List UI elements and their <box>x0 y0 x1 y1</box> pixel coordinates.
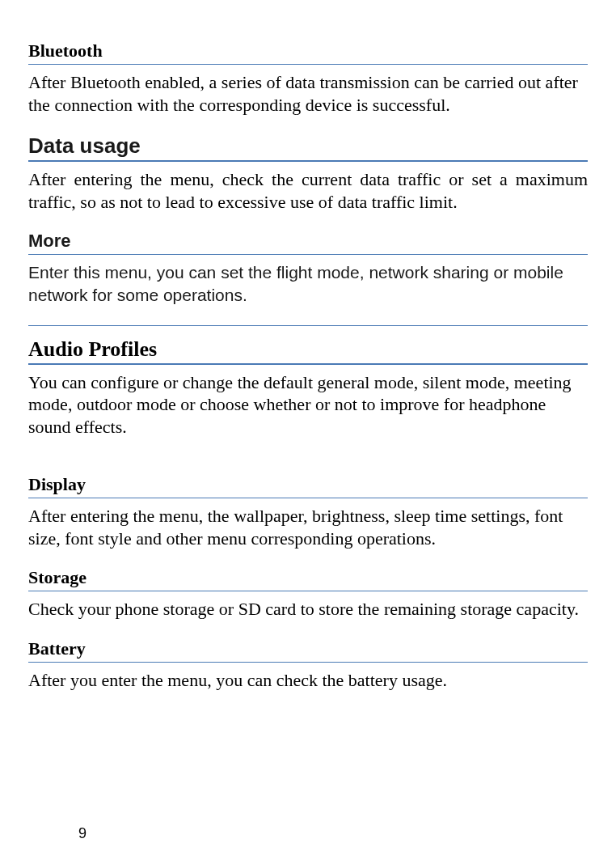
heading-bluetooth: Bluetooth <box>28 40 588 65</box>
heading-storage: Storage <box>28 567 588 591</box>
body-data-usage: After entering the menu, check the curre… <box>28 168 588 213</box>
heading-audio-profiles: Audio Profiles <box>28 337 588 365</box>
section-more: More Enter this menu, you can set the fl… <box>28 231 588 307</box>
section-storage: Storage Check your phone storage or SD c… <box>28 567 588 621</box>
heading-more: More <box>28 231 588 255</box>
body-storage: Check your phone storage or SD card to s… <box>28 598 588 621</box>
heading-data-usage: Data usage <box>28 133 588 162</box>
heading-battery: Battery <box>28 638 588 663</box>
body-more: Enter this menu, you can set the flight … <box>28 261 588 307</box>
body-battery: After you enter the menu, you can check … <box>28 669 588 692</box>
spacer <box>28 326 588 337</box>
document-page: Bluetooth After Bluetooth enabled, a ser… <box>0 0 616 860</box>
section-data-usage: Data usage After entering the menu, chec… <box>28 133 588 213</box>
section-battery: Battery After you enter the menu, you ca… <box>28 638 588 692</box>
heading-display: Display <box>28 474 588 498</box>
section-audio-profiles: Audio Profiles You can configure or chan… <box>28 337 588 438</box>
body-bluetooth: After Bluetooth enabled, a series of dat… <box>28 71 588 116</box>
page-number: 9 <box>78 825 86 842</box>
section-bluetooth: Bluetooth After Bluetooth enabled, a ser… <box>28 40 588 116</box>
body-audio-profiles: You can configure or change the default … <box>28 371 588 438</box>
section-display: Display After entering the menu, the wal… <box>28 474 588 549</box>
body-display: After entering the menu, the wallpaper, … <box>28 505 588 549</box>
